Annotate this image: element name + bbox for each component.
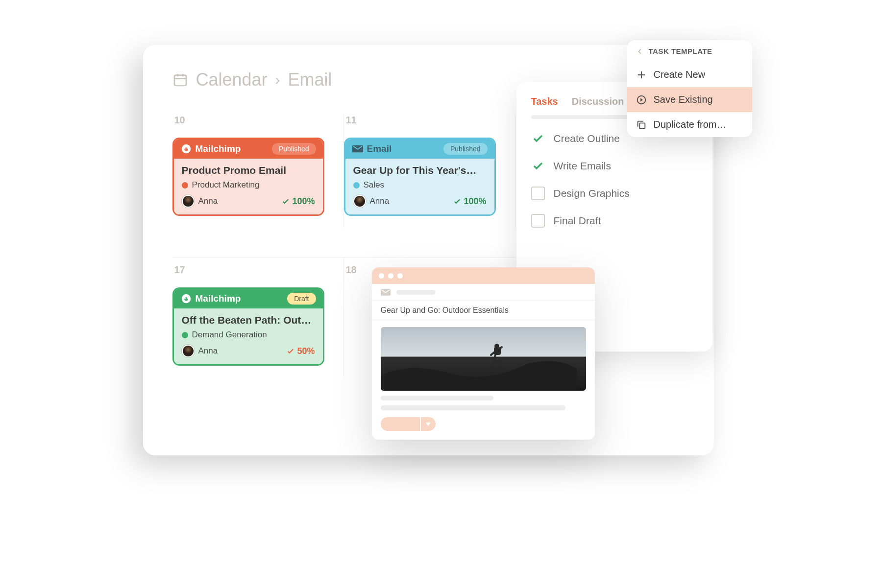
card-channel: Mailchimp xyxy=(196,143,241,154)
svg-rect-0 xyxy=(174,75,186,86)
assignee-name: Anna xyxy=(198,346,218,356)
window-titlebar xyxy=(372,267,595,284)
mountain-shape-icon xyxy=(381,356,577,391)
task-card-email-gearup[interactable]: Email Published Gear Up for This Year's…… xyxy=(344,138,496,216)
status-badge: Published xyxy=(272,143,316,155)
card-tag: Product Marketing xyxy=(192,180,260,190)
tab-discussion[interactable]: Discussion xyxy=(572,96,624,107)
checkbox-unchecked-icon[interactable] xyxy=(531,187,545,200)
menu-title: TASK TEMPLATE xyxy=(649,47,712,55)
chevron-left-icon xyxy=(636,47,644,55)
day-column: 11 Email Published Gear Up for This Year… xyxy=(344,115,515,228)
task-template-menu: TASK TEMPLATE Create New Save Existing D… xyxy=(627,40,752,137)
card-tag: Demand Generation xyxy=(192,330,267,340)
card-channel: Mailchimp xyxy=(196,293,241,304)
placeholder-bar xyxy=(381,405,565,410)
duplicate-icon xyxy=(636,119,647,130)
menu-item-label: Save Existing xyxy=(654,94,713,105)
svg-rect-10 xyxy=(639,123,645,128)
task-item[interactable]: Write Emails xyxy=(531,159,698,173)
task-item[interactable]: Final Draft xyxy=(531,214,698,228)
svg-point-7 xyxy=(185,298,186,299)
mailchimp-icon xyxy=(181,293,192,304)
menu-item-label: Duplicate from… xyxy=(654,119,727,130)
preview-cta-button[interactable] xyxy=(381,417,420,431)
preview-hero-image xyxy=(381,327,586,391)
avatar xyxy=(182,195,195,208)
window-dot-icon[interactable] xyxy=(397,273,403,279)
preview-meta-row xyxy=(372,284,595,301)
breadcrumb-current[interactable]: Email xyxy=(288,70,332,90)
climber-figure-icon xyxy=(487,342,504,372)
status-badge: Draft xyxy=(287,293,316,305)
menu-item-create-new[interactable]: Create New xyxy=(627,62,752,87)
tag-dot-icon xyxy=(182,182,188,188)
tag-dot-icon xyxy=(182,332,188,338)
assignee-name: Anna xyxy=(198,196,218,206)
tag-dot-icon xyxy=(353,182,360,188)
calendar-icon xyxy=(172,72,188,88)
arrow-circle-right-icon xyxy=(636,94,647,105)
card-tag: Sales xyxy=(364,180,385,190)
svg-point-4 xyxy=(186,148,187,149)
task-label: Design Graphics xyxy=(554,188,630,199)
preview-cta-dropdown[interactable] xyxy=(420,417,436,431)
plus-icon xyxy=(636,70,647,80)
task-card-mailchimp-promo[interactable]: Mailchimp Published Product Promo Email … xyxy=(172,138,324,216)
window-dot-icon[interactable] xyxy=(388,273,393,279)
svg-point-3 xyxy=(185,148,186,149)
checkbox-unchecked-icon[interactable] xyxy=(531,214,545,228)
checkbox-checked-icon[interactable] xyxy=(531,132,545,145)
chevron-right-icon: › xyxy=(275,71,280,88)
card-channel: Email xyxy=(367,143,392,154)
day-column: 17 Mailchimp Draft Off the Beaten Path: … xyxy=(172,257,344,377)
check-icon xyxy=(281,197,290,206)
preview-subject: Gear Up and Go: Outdoor Essentials xyxy=(372,301,595,320)
status-badge: Published xyxy=(443,143,488,155)
card-title: Product Promo Email xyxy=(182,165,315,176)
checkbox-checked-icon[interactable] xyxy=(531,159,545,173)
day-number: 11 xyxy=(344,115,515,134)
email-icon xyxy=(352,143,363,154)
svg-rect-13 xyxy=(494,347,501,355)
day-number: 10 xyxy=(172,115,343,134)
task-label: Final Draft xyxy=(554,215,601,227)
svg-point-8 xyxy=(186,298,187,299)
progress-value: 100% xyxy=(292,196,315,207)
menu-item-duplicate-from[interactable]: Duplicate from… xyxy=(627,112,752,137)
task-item[interactable]: Design Graphics xyxy=(531,187,698,200)
assignee-name: Anna xyxy=(370,196,390,206)
day-column: 10 Mailchimp Published Product Promo Ema… xyxy=(172,115,344,228)
menu-item-label: Create New xyxy=(654,69,706,80)
day-number: 17 xyxy=(172,258,343,283)
avatar xyxy=(353,195,366,208)
card-title: Gear Up for This Year's… xyxy=(353,165,487,176)
window-dot-icon[interactable] xyxy=(379,273,384,279)
email-icon xyxy=(381,289,391,296)
menu-header[interactable]: TASK TEMPLATE xyxy=(627,40,752,62)
card-title: Off the Beaten Path: Out… xyxy=(182,314,315,326)
task-card-mailchimp-offbeaten[interactable]: Mailchimp Draft Off the Beaten Path: Out… xyxy=(172,287,324,366)
progress-value: 100% xyxy=(464,196,486,207)
placeholder-bar xyxy=(381,396,493,400)
task-label: Write Emails xyxy=(554,160,611,172)
check-icon xyxy=(453,197,462,206)
progress-value: 50% xyxy=(297,346,315,356)
placeholder-bar xyxy=(396,290,436,295)
breadcrumb-root[interactable]: Calendar xyxy=(196,70,268,90)
menu-item-save-existing[interactable]: Save Existing xyxy=(627,87,752,112)
avatar xyxy=(182,345,195,357)
check-icon xyxy=(286,347,295,355)
mailchimp-icon xyxy=(181,143,192,154)
email-preview-window: Gear Up and Go: Outdoor Essentials xyxy=(372,267,595,440)
task-label: Create Outline xyxy=(554,133,620,144)
tab-tasks[interactable]: Tasks xyxy=(531,96,558,107)
